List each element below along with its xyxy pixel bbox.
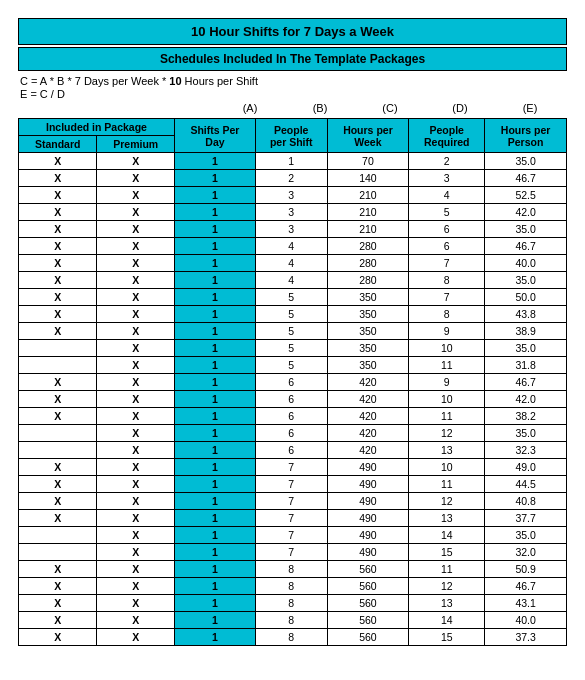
- table-cell: 210: [327, 221, 409, 238]
- table-cell: X: [97, 544, 175, 561]
- table-cell: X: [97, 595, 175, 612]
- table-cell: 490: [327, 544, 409, 561]
- header-standard: Standard: [19, 136, 97, 153]
- table-cell: 1: [174, 391, 255, 408]
- table-cell: 6: [409, 221, 485, 238]
- table-cell: 3: [255, 187, 327, 204]
- table-cell: X: [97, 340, 175, 357]
- table-cell: X: [19, 612, 97, 629]
- table-cell: X: [19, 374, 97, 391]
- table-cell: X: [97, 476, 175, 493]
- table-cell: 560: [327, 612, 409, 629]
- table-cell: 1: [174, 221, 255, 238]
- table-cell: X: [19, 289, 97, 306]
- table-cell: 10: [409, 340, 485, 357]
- table-cell: 11: [409, 408, 485, 425]
- table-cell: [19, 340, 97, 357]
- table-cell: 6: [409, 238, 485, 255]
- table-cell: X: [19, 493, 97, 510]
- col-b-label: (B): [285, 102, 355, 114]
- table-cell: 37.7: [485, 510, 567, 527]
- table-cell: 420: [327, 442, 409, 459]
- table-cell: 4: [255, 238, 327, 255]
- table-cell: 1: [174, 442, 255, 459]
- table-cell: X: [19, 187, 97, 204]
- table-cell: X: [97, 238, 175, 255]
- table-cell: 8: [255, 561, 327, 578]
- table-cell: 1: [174, 595, 255, 612]
- table-cell: 5: [409, 204, 485, 221]
- col-a-label: (A): [215, 102, 285, 114]
- table-cell: 50.9: [485, 561, 567, 578]
- table-cell: 46.7: [485, 238, 567, 255]
- table-cell: X: [97, 221, 175, 238]
- table-cell: 8: [409, 272, 485, 289]
- table-cell: 350: [327, 306, 409, 323]
- table-cell: X: [97, 408, 175, 425]
- table-cell: 46.7: [485, 170, 567, 187]
- table-cell: 32.3: [485, 442, 567, 459]
- table-cell: 280: [327, 255, 409, 272]
- table-cell: 8: [255, 629, 327, 646]
- table-cell: X: [19, 306, 97, 323]
- table-cell: 420: [327, 425, 409, 442]
- table-cell: 490: [327, 510, 409, 527]
- table-cell: 11: [409, 357, 485, 374]
- table-cell: X: [97, 272, 175, 289]
- table-cell: 1: [174, 425, 255, 442]
- table-cell: 1: [174, 306, 255, 323]
- table-cell: 1: [174, 493, 255, 510]
- col-d-label: (D): [425, 102, 495, 114]
- title-bar: 10 Hour Shifts for 7 Days a Week: [18, 18, 567, 45]
- table-cell: 4: [255, 255, 327, 272]
- table-cell: [19, 357, 97, 374]
- table-cell: X: [19, 238, 97, 255]
- table-cell: X: [19, 323, 97, 340]
- table-cell: 6: [255, 391, 327, 408]
- table-cell: 13: [409, 442, 485, 459]
- table-cell: X: [19, 595, 97, 612]
- table-cell: 11: [409, 561, 485, 578]
- table-cell: X: [19, 476, 97, 493]
- table-cell: 14: [409, 612, 485, 629]
- table-cell: X: [19, 629, 97, 646]
- col-e-label: (E): [495, 102, 565, 114]
- table-cell: 1: [174, 340, 255, 357]
- table-cell: X: [97, 561, 175, 578]
- table-cell: 15: [409, 544, 485, 561]
- table-cell: [19, 544, 97, 561]
- header-hours-week: Hours perWeek: [327, 119, 409, 153]
- table-cell: 46.7: [485, 578, 567, 595]
- table-cell: 1: [174, 289, 255, 306]
- table-cell: 420: [327, 408, 409, 425]
- header-premium: Premium: [97, 136, 175, 153]
- table-cell: 1: [174, 204, 255, 221]
- formula2-line: E = C / D: [18, 88, 567, 100]
- table-cell: 50.0: [485, 289, 567, 306]
- table-cell: X: [97, 289, 175, 306]
- table-cell: X: [97, 204, 175, 221]
- table-cell: 490: [327, 459, 409, 476]
- table-cell: X: [19, 153, 97, 170]
- table-cell: [19, 425, 97, 442]
- table-cell: 10: [409, 459, 485, 476]
- table-cell: X: [97, 425, 175, 442]
- table-cell: [19, 442, 97, 459]
- table-cell: 350: [327, 357, 409, 374]
- table-cell: 35.0: [485, 527, 567, 544]
- table-cell: 1: [174, 187, 255, 204]
- table-cell: 560: [327, 629, 409, 646]
- table-cell: 8: [255, 595, 327, 612]
- table-cell: 6: [255, 425, 327, 442]
- table-cell: 38.2: [485, 408, 567, 425]
- table-cell: 1: [174, 578, 255, 595]
- table-cell: 490: [327, 476, 409, 493]
- table-cell: 42.0: [485, 204, 567, 221]
- table-cell: 35.0: [485, 221, 567, 238]
- table-cell: 37.3: [485, 629, 567, 646]
- subtitle-bar: Schedules Included In The Template Packa…: [18, 47, 567, 71]
- table-cell: 350: [327, 340, 409, 357]
- table-cell: 40.0: [485, 612, 567, 629]
- table-cell: X: [97, 612, 175, 629]
- table-cell: 9: [409, 374, 485, 391]
